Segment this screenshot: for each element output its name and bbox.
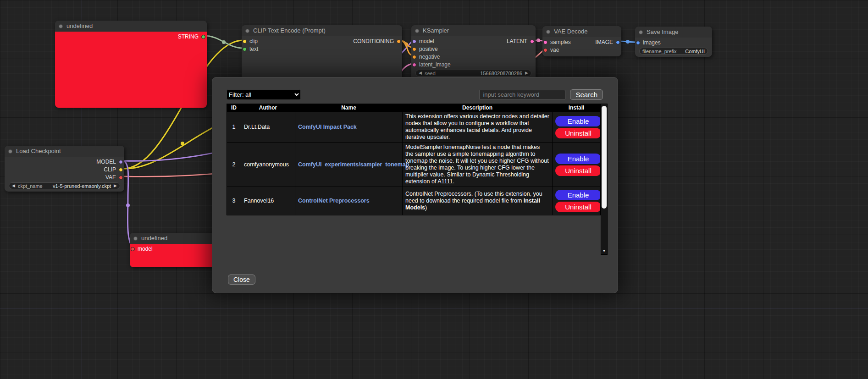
filename-prefix-label: filename_prefix (642, 49, 677, 54)
node-status-icon (59, 24, 63, 28)
node-title-bar[interactable]: KSampler (411, 25, 536, 36)
output-slot-conditioning[interactable] (397, 39, 401, 44)
output-slot-string[interactable] (201, 35, 205, 39)
ckpt-name-label: ckpt_name (18, 183, 43, 189)
cell-description: This extension offers various detector n… (403, 112, 553, 143)
input-slot-latent-image[interactable] (412, 63, 416, 67)
input-slot-vae[interactable] (543, 48, 547, 52)
increment-arrow-icon[interactable]: ▶ (525, 70, 528, 77)
node-title: Load Checkpoint (16, 148, 61, 154)
output-label-conditioning: CONDITIONING (353, 38, 394, 45)
enable-button[interactable]: Enable (555, 116, 601, 126)
input-slot-images[interactable] (636, 41, 640, 45)
output-label-clip: CLIP (104, 166, 116, 174)
table-scrollbar[interactable]: ▼ (601, 104, 608, 255)
link-string-to-text (204, 36, 243, 48)
uninstall-button[interactable]: Uninstall (555, 128, 601, 138)
input-label-text: text (249, 45, 258, 53)
input-slot-clip[interactable] (243, 39, 247, 44)
output-slot-latent[interactable] (530, 39, 534, 44)
close-button[interactable]: Close (228, 275, 255, 285)
node-title-bar[interactable]: undefined (130, 233, 221, 244)
cell-author: Fannovel16 (241, 187, 295, 215)
header-description: Description (403, 104, 553, 112)
cell-description: ModelSamplerTonemapNoiseTest a node that… (403, 143, 553, 187)
node-title: CLIP Text Encode (Prompt) (253, 27, 326, 34)
node-load-checkpoint[interactable]: Load Checkpoint MODEL CLIP VAE ◀ ckpt_na… (5, 146, 124, 192)
node-vae-decode[interactable]: VAE Decode samples IMAGE vae (542, 26, 621, 56)
extension-row: 2 comfyanonymous ComfyUI_experiments/sam… (227, 143, 601, 187)
node-status-icon (245, 29, 249, 33)
input-slot-positive[interactable] (412, 47, 416, 51)
node-graph-canvas[interactable]: undefined STRING CLIP Text Encode (Promp… (0, 0, 868, 379)
output-slot-vae[interactable] (119, 176, 123, 180)
node-save-image[interactable]: Save Image images filename_prefix ComfyU… (635, 27, 712, 57)
extension-table-container: ID Author Name Description Install 1 Dr.… (227, 104, 608, 255)
input-label-positive: positive (419, 45, 438, 53)
cell-id: 3 (227, 187, 241, 215)
node-title: undefined (66, 22, 93, 29)
enable-button[interactable]: Enable (555, 154, 601, 164)
output-label-string: STRING (178, 33, 199, 41)
next-arrow-icon[interactable]: ▶ (114, 182, 117, 189)
node-title-bar[interactable]: Load Checkpoint (5, 146, 124, 157)
extension-link[interactable]: ControlNet Preprocessors (298, 198, 370, 204)
seed-widget-label: seed (425, 71, 436, 76)
node-status-icon (639, 30, 643, 34)
input-slot-text[interactable] (243, 47, 247, 51)
output-label-image: IMAGE (595, 38, 613, 46)
node-ksampler[interactable]: KSampler model LATENT positive negative (411, 25, 536, 77)
seed-widget[interactable]: ◀ seed 156680208700286 ▶ (415, 70, 531, 77)
decrement-arrow-icon[interactable]: ◀ (419, 70, 422, 77)
prev-arrow-icon[interactable]: ◀ (12, 182, 15, 189)
node-title-bar[interactable]: VAE Decode (542, 26, 621, 37)
scrollbar-thumb[interactable] (602, 106, 607, 209)
cell-id: 1 (227, 112, 241, 143)
search-button[interactable]: Search (570, 89, 603, 100)
node-title-bar[interactable]: CLIP Text Encode (Prompt) (242, 25, 402, 36)
extension-manager-dialog: Filter: all Search ID Author Name Descri… (212, 77, 618, 293)
ckpt-name-widget[interactable]: ◀ ckpt_name v1-5-pruned-emaonly.ckpt ▶ (9, 182, 120, 189)
input-slot-samples[interactable] (543, 40, 547, 44)
output-label-vae: VAE (105, 174, 116, 181)
input-label-latent-image: latent_image (419, 61, 451, 69)
extension-link[interactable]: ComfyUI_experiments/sampler_tonemap (298, 161, 409, 168)
grid-axis-horizontal (0, 308, 868, 308)
node-status-icon (133, 236, 138, 241)
input-label-negative: negative (419, 53, 440, 61)
input-slot-model[interactable] (412, 39, 416, 44)
node-title-bar[interactable]: Save Image (635, 27, 712, 38)
node-title: KSampler (423, 27, 449, 34)
input-slot-model[interactable] (131, 247, 135, 251)
input-label-model: model (419, 38, 434, 45)
node-undefined-top[interactable]: undefined STRING (55, 21, 207, 108)
output-slot-image[interactable] (616, 40, 620, 44)
output-slot-clip[interactable] (119, 168, 123, 172)
header-id: ID (227, 104, 241, 112)
search-input[interactable] (479, 90, 565, 100)
output-slot-model[interactable] (119, 160, 123, 164)
node-title-bar[interactable]: undefined (55, 21, 207, 32)
header-install: Install (553, 104, 601, 112)
ckpt-name-value: v1-5-pruned-emaonly.ckpt (53, 183, 111, 189)
node-clip-text-encode[interactable]: CLIP Text Encode (Prompt) clip CONDITION… (242, 25, 402, 77)
filename-prefix-widget[interactable]: filename_prefix ComfyUI (639, 48, 708, 55)
scroll-down-arrow-icon[interactable]: ▼ (601, 248, 607, 254)
node-title: VAE Decode (554, 28, 587, 35)
input-label-clip: clip (249, 38, 258, 45)
output-label-model: MODEL (96, 158, 116, 166)
node-undefined-bottom[interactable]: undefined model (130, 233, 221, 267)
filename-prefix-value: ComfyUI (685, 49, 705, 54)
cell-author: Dr.Lt.Data (241, 112, 295, 143)
input-slot-negative[interactable] (412, 55, 416, 59)
enable-button[interactable]: Enable (555, 190, 601, 200)
input-label-vae: vae (550, 46, 559, 54)
input-label-samples: samples (550, 38, 571, 46)
output-label-latent: LATENT (507, 38, 527, 45)
uninstall-button[interactable]: Uninstall (555, 202, 601, 212)
extension-link[interactable]: ComfyUI Impact Pack (298, 124, 357, 130)
filter-select[interactable]: Filter: all (227, 89, 301, 100)
cell-author: comfyanonymous (241, 143, 295, 187)
header-author: Author (241, 104, 295, 112)
uninstall-button[interactable]: Uninstall (555, 165, 601, 176)
